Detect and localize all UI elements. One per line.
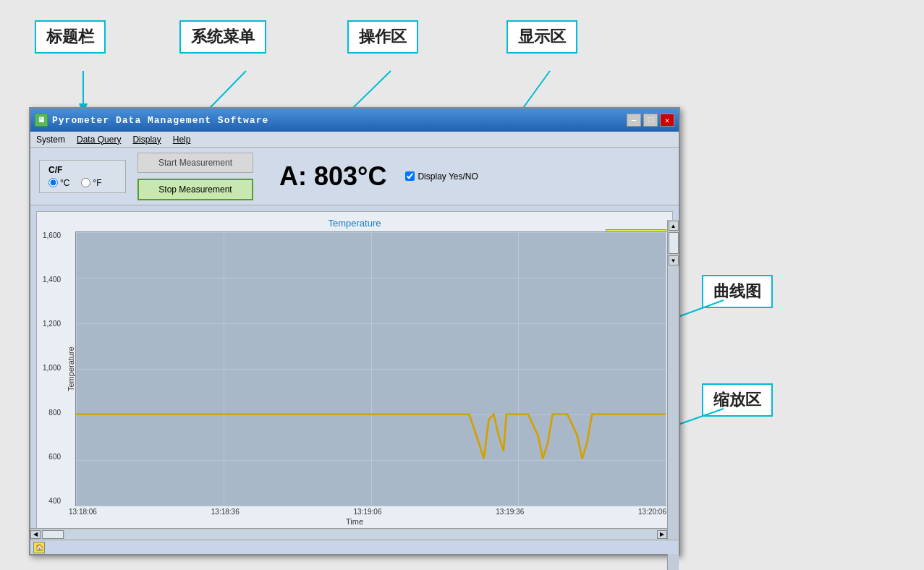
annotation-suofang-label: 缩放区 [713,391,761,409]
y-label-600: 600 [43,453,61,461]
fahrenheit-label: °F [93,178,101,188]
main-window: 🖥 Pyrometer Data Management Software — □… [29,107,680,556]
x-label-2: 13:19:06 [354,508,382,516]
celsius-radio[interactable] [48,178,58,187]
menu-display[interactable]: Display [132,135,161,145]
close-button[interactable]: ✕ [660,114,674,127]
menu-help[interactable]: Help [173,135,191,145]
celsius-label: °C [60,178,69,188]
scrollbar-right-arrow[interactable]: ▶ [657,530,667,539]
fahrenheit-radio[interactable] [81,178,90,187]
y-label-800: 800 [43,409,61,417]
menu-data-query[interactable]: Data Query [77,135,121,145]
titlebar: 🖥 Pyrometer Data Management Software — □… [30,109,679,132]
statusbar-icon: 🏠 [33,542,45,553]
fahrenheit-option[interactable]: °F [81,178,101,188]
annotation-xitong: 系统菜单 [179,20,266,54]
annotation-quxian: 曲线图 [702,275,773,308]
x-label-0: 13:18:06 [69,508,97,516]
display-checkbox-area[interactable]: Display Yes/NO [405,171,478,182]
annotation-biaoticlan-label: 标题栏 [46,27,94,46]
stop-measurement-button[interactable]: Stop Measurement [137,179,253,200]
scrollbar-vertical[interactable]: ▲ ▼ [667,220,679,570]
chart-container: Temperature SensorA 1,600 1,400 1,200 1,… [36,211,673,537]
y-label-400: 400 [43,497,61,505]
y-label-1400: 1,400 [43,276,61,284]
start-measurement-button[interactable]: Start Measurement [137,153,253,173]
menubar: System Data Query Display Help [30,132,679,148]
scrollbar-up-arrow[interactable]: ▲ [669,221,679,231]
menu-system[interactable]: System [36,135,65,145]
chart-title: Temperature [43,218,666,229]
scrollbar-down-arrow[interactable]: ▼ [669,255,679,265]
annotation-caozuo-label: 操作区 [359,27,407,46]
scrollbar-horizontal-track [65,530,657,539]
annotation-xitong-label: 系统菜单 [191,27,255,46]
annotation-biaoticlan: 标题栏 [35,20,106,54]
statusbar: 🏠 [30,540,679,554]
display-yes-no-checkbox[interactable] [405,171,415,181]
titlebar-title: Pyrometer Data Management Software [52,115,627,126]
annotation-quxian-label: 曲线图 [713,282,761,300]
annotation-suofang: 缩放区 [702,383,773,417]
measurement-buttons: Start Measurement Stop Measurement [137,153,253,200]
y-axis-label: Temperature [64,231,75,506]
x-label-3: 13:19:36 [496,508,524,516]
window-buttons: — □ ✕ [627,114,674,127]
chart-inner: 1,600 1,400 1,200 1,000 800 600 400 Temp… [43,231,666,506]
cf-panel: C/F °C °F [39,160,126,193]
scrollbar-vertical-thumb[interactable] [669,232,679,254]
x-axis-labels: 13:18:06 13:18:36 13:19:06 13:19:36 13:2… [69,508,666,516]
chart-plot-area [75,231,666,506]
cf-options: °C °F [48,178,116,188]
y-axis-labels: 1,600 1,400 1,200 1,000 800 600 400 [43,231,61,506]
scrollbar-horizontal[interactable]: ◀ ▶ [30,528,667,540]
annotation-caozuo: 操作区 [347,20,418,54]
scrollbar-horizontal-thumb[interactable] [42,530,64,539]
x-axis-title: Time [43,517,666,526]
y-label-1000: 1,000 [43,364,61,372]
minimize-button[interactable]: — [627,114,641,127]
scrollbar-left-arrow[interactable]: ◀ [30,530,41,539]
display-yes-no-label: Display Yes/NO [418,171,478,182]
x-label-4: 13:20:06 [638,508,666,516]
annotation-xianshi: 显示区 [506,20,577,54]
grid-v-4 [666,232,666,506]
controls-area: C/F °C °F Start Measurement Stop Measure… [30,148,679,205]
temperature-display: A: 803°C [279,161,386,192]
titlebar-icon: 🖥 [35,114,48,127]
maximize-button[interactable]: □ [643,114,658,127]
celsius-option[interactable]: °C [48,178,69,188]
annotation-xianshi-label: 显示区 [518,27,566,46]
cf-label: C/F [48,165,116,175]
x-label-1: 13:18:36 [211,508,240,516]
y-label-1600: 1,600 [43,231,61,239]
grid-h-6 [76,506,666,506]
y-label-1200: 1,200 [43,320,61,328]
titlebar-icon-symbol: 🖥 [38,116,45,124]
chart-svg [76,232,666,506]
